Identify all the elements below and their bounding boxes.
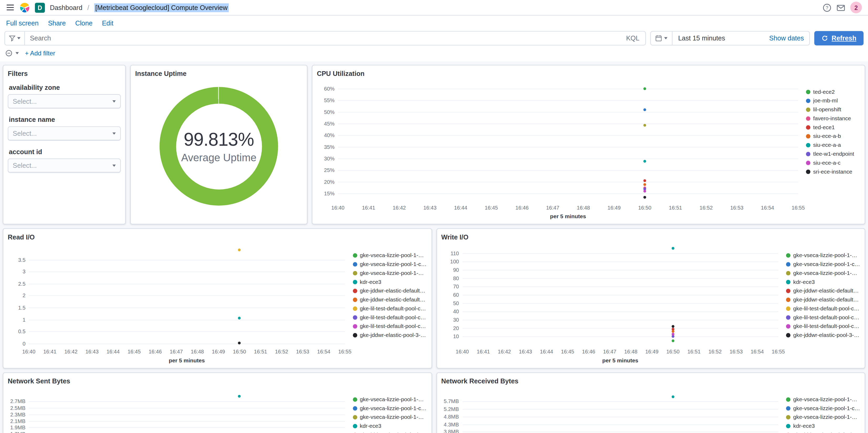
y-tick-label: 70	[453, 284, 459, 290]
legend-item[interactable]: gke-vseca-lizzie-pool-1-630…	[352, 270, 427, 276]
uptime-gauge-center: 99.813% Average Uptime	[176, 104, 262, 189]
legend-item[interactable]: gke-jddwr-elastic-default-po…	[352, 432, 427, 433]
uptime-gauge-ring: 99.813% Average Uptime	[160, 87, 278, 206]
add-filter-button[interactable]: + Add filter	[25, 50, 55, 56]
legend-item[interactable]: gke-lil-test-default-pool-c1e…	[352, 323, 427, 329]
full-screen-link[interactable]: Full screen	[6, 20, 39, 27]
saved-query-button[interactable]	[5, 31, 25, 45]
search-input-group: KQL	[4, 31, 646, 46]
legend-item[interactable]: favero-instance	[806, 115, 860, 121]
legend-item[interactable]: gke-lil-test-default-pool-c1e…	[786, 323, 860, 329]
legend-item[interactable]: ted-ece1	[806, 124, 860, 130]
legend-item[interactable]: joe-mb-ml	[806, 97, 860, 104]
y-tick-label: 2.5	[18, 281, 26, 287]
legend-label: sri-ece-instance	[813, 169, 852, 175]
y-tick-label: 60	[453, 292, 459, 298]
refresh-button[interactable]: Refresh	[814, 31, 864, 46]
help-icon[interactable]: ?	[823, 3, 832, 12]
legend-item[interactable]: gke-jddwr-elastic-default-po…	[786, 432, 860, 433]
legend-item[interactable]: gke-vseca-lizzie-pool-1-1877…	[352, 396, 427, 402]
legend-color-dot	[786, 280, 790, 284]
legend-color-dot	[352, 253, 357, 257]
legend-item[interactable]: siu-ece-a-b	[806, 133, 860, 139]
x-tick-label: 16:46	[149, 348, 162, 354]
time-range-value[interactable]: Last 15 minutes	[673, 34, 764, 42]
y-tick-label: 1.5	[18, 305, 26, 311]
chevron-down-icon[interactable]	[16, 52, 19, 54]
legend-item[interactable]: gke-vseca-lizzie-pool-1-c417…	[786, 405, 860, 411]
dashboard-row-3: Network Sent Bytes 2.7MB2.5MB2.3MB2.1MB1…	[3, 372, 865, 433]
legend-item[interactable]: kdr-ece3	[786, 423, 860, 429]
legend-item[interactable]: tlee-w1-endpoint	[806, 151, 860, 157]
legend-item[interactable]: gke-vseca-lizzie-pool-1-1877…	[786, 252, 860, 258]
legend-item[interactable]: gke-vseca-lizzie-pool-1-630…	[786, 270, 860, 276]
legend-item[interactable]: siu-ece-a-a	[806, 142, 860, 148]
space-badge[interactable]: D	[35, 2, 45, 12]
y-tick-label: 20%	[324, 179, 335, 185]
legend-item[interactable]: siu-ece-a-c	[806, 160, 860, 166]
account-id-select[interactable]: Select...	[8, 158, 121, 173]
legend-item[interactable]: gke-vseca-lizzie-pool-1-1877…	[786, 396, 860, 402]
elastic-logo[interactable]	[20, 2, 30, 12]
legend-color-dot	[786, 253, 790, 257]
chart-legend: gke-vseca-lizzie-pool-1-1877…gke-vseca-l…	[784, 386, 860, 433]
y-tick-label: 15%	[324, 191, 335, 197]
breadcrumb-dashboard[interactable]: Dashboard	[50, 4, 83, 11]
legend-label: ted-ece2	[813, 89, 835, 95]
legend-label: gke-lil-test-default-pool-c1e…	[360, 314, 427, 320]
data-point	[672, 247, 674, 250]
legend-item[interactable]: gke-lil-test-default-pool-c1e…	[352, 306, 427, 311]
x-tick-label: 16:53	[730, 348, 743, 354]
legend-item[interactable]: gke-vseca-lizzie-pool-1-c417…	[786, 261, 860, 267]
share-link[interactable]: Share	[48, 20, 66, 27]
legend-item[interactable]: gke-jddwr-elastic-default-po…	[352, 288, 427, 294]
instance-name-select[interactable]: Select...	[8, 126, 121, 141]
chevron-down-icon	[17, 37, 21, 39]
legend-label: gke-vseca-lizzie-pool-1-630…	[360, 414, 427, 420]
legend-color-dot	[786, 297, 790, 302]
legend-item[interactable]: gke-jddwr-elastic-pool-3-74…	[786, 332, 860, 338]
user-avatar[interactable]: 2	[850, 2, 862, 13]
legend-item[interactable]: kdr-ece3	[352, 423, 427, 429]
legend-item[interactable]: gke-lil-test-default-pool-c1e…	[786, 314, 860, 320]
legend-item[interactable]: gke-vseca-lizzie-pool-1-c417…	[352, 261, 427, 267]
legend-item[interactable]: lil-openshift	[806, 106, 860, 112]
legend-item[interactable]: kdr-ece3	[786, 279, 860, 285]
legend-item[interactable]: gke-jddwr-elastic-default-po…	[786, 288, 860, 294]
query-language-button[interactable]: KQL	[620, 34, 645, 42]
legend-item[interactable]: kdr-ece3	[352, 279, 427, 285]
edit-link[interactable]: Edit	[102, 20, 114, 27]
gridline	[462, 337, 778, 337]
legend-item[interactable]: gke-jddwr-elastic-pool-3-74…	[352, 332, 427, 338]
chevron-down-icon	[664, 37, 668, 39]
availability-zone-select[interactable]: Select...	[8, 94, 121, 109]
legend-item[interactable]: gke-jddwr-elastic-default-po…	[786, 296, 860, 302]
hamburger-menu-icon[interactable]	[6, 3, 14, 12]
search-input[interactable]	[25, 34, 620, 42]
dashboard-row-1: Filters availability zone Select... inst…	[3, 65, 865, 225]
legend-item[interactable]: gke-vseca-lizzie-pool-1-1877…	[352, 252, 427, 258]
gridline	[29, 408, 345, 408]
legend-item[interactable]: gke-jddwr-elastic-default-po…	[352, 296, 427, 302]
legend-label: gke-vseca-lizzie-pool-1-c417…	[793, 261, 860, 267]
legend-item[interactable]: ted-ece2	[806, 89, 860, 95]
legend-item[interactable]: sri-ece-instance	[806, 169, 860, 175]
legend-item[interactable]: gke-vseca-lizzie-pool-1-c417…	[352, 405, 427, 411]
gridline	[462, 424, 778, 425]
legend-item[interactable]: gke-lil-test-default-pool-c1e…	[352, 314, 427, 320]
x-tick-label: 16:44	[540, 348, 553, 354]
gridline	[338, 158, 798, 159]
legend-label: gke-vseca-lizzie-pool-1-1877…	[360, 396, 427, 402]
legend-color-dot	[352, 397, 357, 402]
newsfeed-mail-icon[interactable]	[837, 3, 845, 12]
legend-color-dot	[352, 333, 357, 337]
calendar-button[interactable]	[651, 31, 673, 45]
x-tick-label: 16:54	[761, 205, 774, 210]
clone-link[interactable]: Clone	[75, 20, 92, 27]
show-dates-link[interactable]: Show dates	[764, 34, 809, 42]
legend-item[interactable]: gke-vseca-lizzie-pool-1-630…	[352, 414, 427, 420]
filter-options-icon[interactable]	[5, 49, 13, 57]
legend-item[interactable]: gke-lil-test-default-pool-c1e…	[786, 306, 860, 311]
legend-item[interactable]: gke-vseca-lizzie-pool-1-630…	[786, 414, 860, 420]
legend-color-dot	[786, 424, 790, 428]
